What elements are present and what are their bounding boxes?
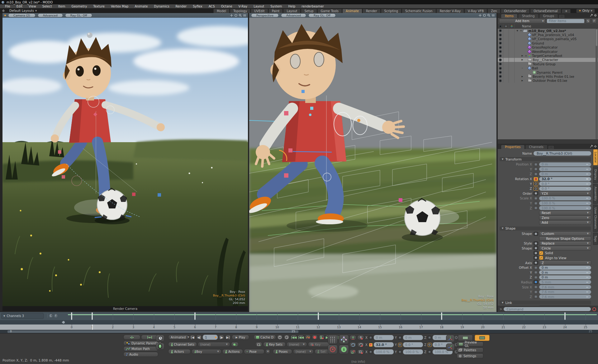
time-marker-next-icon[interactable]	[284, 335, 290, 340]
channel-toggle[interactable]	[534, 261, 538, 265]
poses-button[interactable]: Poses	[273, 349, 292, 354]
expand-panel-icon[interactable]	[590, 14, 593, 17]
expander-icon[interactable]: ▼	[516, 30, 519, 32]
channel-toggle[interactable]	[534, 290, 538, 294]
tree-item[interactable]: WeedReplicator	[498, 49, 598, 54]
layout-tab[interactable]: Animate	[342, 9, 362, 13]
scale-key-button[interactable]	[357, 349, 364, 354]
scl-x-key-toggle[interactable]	[369, 350, 373, 354]
key-sets-dropdown[interactable]: (none)▼	[287, 342, 307, 347]
viewport-raygl-selector[interactable]: Ray GL: Off	[65, 13, 93, 17]
key-curve-button[interactable]	[305, 335, 311, 340]
play-button[interactable]: ▶Play	[232, 335, 249, 340]
menu-item[interactable]: ACS	[206, 5, 218, 8]
menu-item[interactable]: renderbeamer	[298, 5, 327, 8]
move-tool-button[interactable]	[349, 335, 356, 340]
next-frame-button[interactable]: |▶	[219, 335, 224, 340]
key-button[interactable]: Key	[308, 342, 330, 347]
expand-panel-icon[interactable]	[590, 145, 593, 148]
rot-x-field[interactable]: 32.0 °	[374, 342, 394, 347]
channels-f-button[interactable]: f	[54, 314, 58, 318]
dynamic-parenting-button[interactable]: Dynamic Parenting	[123, 341, 158, 346]
keyframe-marker[interactable]	[564, 312, 566, 320]
channel-toggle[interactable]	[534, 251, 538, 255]
menu-item[interactable]: Animate	[131, 5, 151, 8]
channel-toggle[interactable]	[534, 206, 538, 210]
keyframe-marker[interactable]	[194, 312, 196, 320]
rot-y-field[interactable]: 0.0 °	[403, 342, 423, 347]
tree-item[interactable]: −Ball	[498, 66, 598, 70]
visibility-eye-icon[interactable]	[499, 42, 502, 44]
channel-toggle[interactable]	[534, 191, 538, 195]
driven-channel-toggle[interactable]	[534, 280, 538, 284]
channel-toggle[interactable]	[534, 162, 538, 166]
layout-tab[interactable]: Game Tools	[317, 9, 342, 13]
menu-item[interactable]: View	[26, 5, 39, 8]
visibility-eye-icon[interactable]	[499, 75, 502, 78]
pan-icon[interactable]	[230, 14, 233, 17]
expander-icon[interactable]: ▶	[521, 79, 524, 82]
visibility-eye-icon[interactable]	[499, 79, 502, 82]
add-dropdown[interactable]: Add▼	[539, 220, 591, 225]
pan-icon[interactable]	[479, 14, 482, 17]
rotation-x-field[interactable]: 32.0 °◂▸	[539, 177, 591, 181]
side-tab[interactable]: Display	[593, 166, 598, 183]
command-input[interactable]: Command	[504, 307, 591, 311]
menu-item[interactable]: Render	[173, 5, 190, 8]
add-item-button[interactable]: Add Item▼	[499, 19, 546, 23]
properties-panel-tab[interactable]: Channels	[525, 145, 548, 149]
scale-y-field[interactable]: 100.0 %◂▸	[539, 201, 591, 205]
keyframe-prev-tool-button[interactable]: ◂┃▸	[123, 335, 140, 340]
playhead[interactable]	[92, 324, 93, 330]
perspective-viewport[interactable]: Perspective Advanced Ray GL: Off	[249, 13, 496, 312]
channels-box[interactable]: ▼ Channels 3	[1, 313, 44, 319]
poses-dropdown[interactable]: (none)▼	[293, 349, 314, 354]
menu-item[interactable]: Geometry	[68, 5, 90, 8]
channel-toggle[interactable]	[534, 266, 538, 270]
channels-c-button[interactable]: C	[49, 314, 53, 318]
settings-menu-icon[interactable]	[243, 14, 246, 17]
visibility-eye-icon[interactable]	[499, 67, 502, 70]
tree-item[interactable]: Ground	[498, 41, 598, 45]
align-to-view-checkbox[interactable]: ✓	[539, 256, 543, 260]
scale-tool-button[interactable]	[349, 349, 356, 354]
items-panel-tab[interactable]: Items	[501, 14, 518, 18]
actor-dropdown[interactable]: Boy▼	[192, 349, 221, 354]
scl-y-key-toggle[interactable]	[398, 350, 402, 354]
gear-icon[interactable]	[594, 14, 597, 17]
layout-tab[interactable]: Paint	[268, 9, 283, 13]
favorites-only-toggle[interactable]: ★ Only ▼	[576, 9, 595, 13]
link-section-header[interactable]: ▼Link	[500, 301, 591, 305]
solid-checkbox[interactable]: ✓	[539, 251, 543, 255]
offset-y-field[interactable]: 0 m◂▸	[539, 270, 591, 274]
tree-item[interactable]: GrassReplicator	[498, 45, 598, 49]
channel-toggle[interactable]	[534, 246, 538, 250]
channel-toggle[interactable]	[534, 241, 538, 245]
size-z-field[interactable]: 7.6 mm◂▸	[539, 295, 591, 299]
keyframe-marker[interactable]	[318, 312, 319, 320]
rotation-z-field[interactable]: 0.0 °◂▸	[539, 187, 591, 191]
layout-tab[interactable]: Setup	[301, 9, 317, 13]
prev-key-button[interactable]: |◀◀	[291, 335, 297, 340]
pose-dropdown[interactable]: ▼	[265, 349, 270, 354]
rot-x-key-toggle[interactable]	[369, 343, 373, 347]
side-tab[interactable]: Assembly	[593, 184, 598, 204]
zoom-icon[interactable]	[239, 14, 242, 17]
channel-toggle[interactable]	[534, 201, 538, 205]
properties-panel-tab[interactable]: +	[548, 145, 554, 149]
zero-dropdown[interactable]: Zero▼	[539, 215, 591, 220]
keyframe-marker[interactable]	[92, 312, 93, 320]
scale-x-field[interactable]: 100.0 %◂▸	[539, 196, 591, 200]
rotate-key-button[interactable]	[357, 342, 364, 347]
axis-dropdown[interactable]: Z▼	[539, 260, 591, 265]
scale-z-field[interactable]: 100.0 %◂▸	[539, 206, 591, 210]
layout-tab[interactable]: V-Ray VFB	[464, 9, 487, 13]
viewport-thumb-icon[interactable]	[4, 15, 6, 16]
visibility-eye-icon[interactable]	[499, 71, 502, 74]
channel-toggle[interactable]	[534, 285, 538, 289]
marker-teardrop-icon[interactable]	[62, 320, 65, 324]
palettes-button[interactable]: Palettes	[457, 348, 483, 352]
radius-field[interactable]: 5 mm◂▸	[539, 280, 591, 284]
pos-x-field[interactable]: 0 m	[374, 335, 394, 340]
tree-item[interactable]: ▶+TargetCameraRoot	[498, 54, 598, 58]
